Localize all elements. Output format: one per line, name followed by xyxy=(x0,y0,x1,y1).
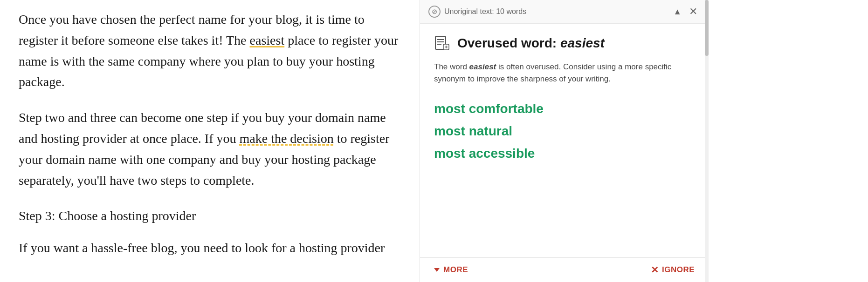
suggestion-item-1[interactable]: most comfortable xyxy=(434,100,695,118)
sidebar-header-left: ⊘ Unoriginal text: 10 words xyxy=(428,6,526,18)
ignore-button[interactable]: ✕ IGNORE xyxy=(651,264,695,275)
close-sidebar-button[interactable]: ✕ xyxy=(686,5,700,19)
more-label: MORE xyxy=(443,265,468,275)
overused-prefix: Overused word: xyxy=(457,36,560,50)
ignore-label: IGNORE xyxy=(662,265,695,275)
desc-word: easiest xyxy=(469,62,496,71)
paragraph-1: Once you have chosen the perfect name fo… xyxy=(19,9,401,93)
scrollbar-track[interactable] xyxy=(705,0,709,282)
step-3-heading: Step 3: Choose a hosting provider xyxy=(19,206,401,227)
suggestions-list: most comfortable most natural most acces… xyxy=(434,100,695,163)
sidebar-header: ⊘ Unoriginal text: 10 words ▲ ✕ xyxy=(420,0,709,24)
overused-word-icon xyxy=(434,35,451,52)
overused-description: The word easiest is often overused. Cons… xyxy=(434,61,695,86)
overused-title-row: Overused word: easiest xyxy=(434,35,695,52)
desc-part1: The word xyxy=(434,62,469,71)
suggestion-item-2[interactable]: most natural xyxy=(434,122,695,141)
unoriginal-icon: ⊘ xyxy=(428,6,441,18)
make-the-decision-highlighted[interactable]: make the decision xyxy=(240,131,334,146)
overused-heading: Overused word: easiest xyxy=(457,36,605,51)
sidebar-header-controls: ▲ ✕ xyxy=(670,5,700,19)
more-button[interactable]: MORE xyxy=(434,265,468,275)
sidebar-panel: ⊘ Unoriginal text: 10 words ▲ ✕ Overused… xyxy=(420,0,709,282)
paragraph-2: Step two and three can become one step i… xyxy=(19,107,401,191)
scrollbar-thumb[interactable] xyxy=(705,0,709,56)
main-content: Once you have chosen the perfect name fo… xyxy=(0,0,420,282)
navigate-up-button[interactable]: ▲ xyxy=(670,6,684,18)
overused-word: easiest xyxy=(560,36,605,50)
chevron-down-icon xyxy=(434,268,440,272)
sidebar-body: Overused word: easiest The word easiest … xyxy=(420,24,709,257)
sidebar-footer: MORE ✕ IGNORE xyxy=(420,257,709,282)
paragraph-3: If you want a hassle-free blog, you need… xyxy=(19,238,401,259)
unoriginal-text-label: Unoriginal text: 10 words xyxy=(444,7,526,16)
easiest-highlighted[interactable]: easiest xyxy=(250,33,285,47)
x-icon: ✕ xyxy=(651,264,659,275)
suggestion-item-3[interactable]: most accessible xyxy=(434,144,695,163)
